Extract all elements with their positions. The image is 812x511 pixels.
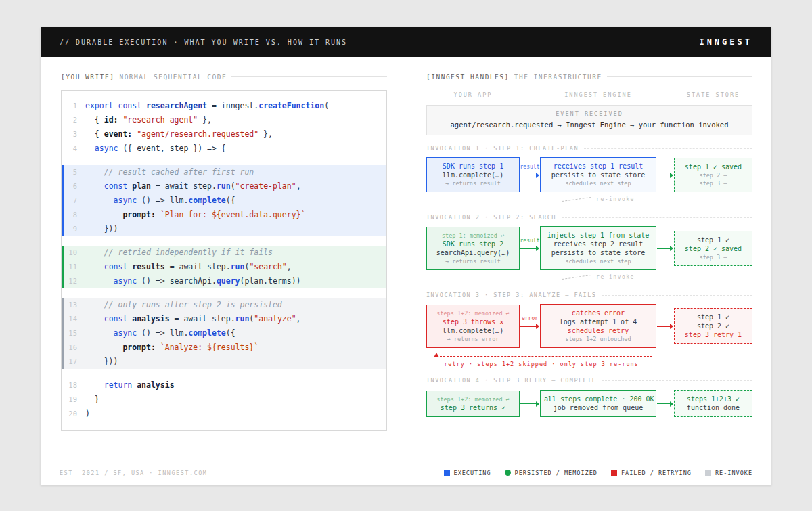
box-line: step 2 ✓ — [678, 322, 748, 330]
column-header-your-app: YOUR APP — [426, 91, 520, 98]
flow-arrow — [520, 389, 540, 418]
line-number: 15 — [64, 326, 85, 340]
arrow-label: result — [514, 238, 545, 244]
code-text: })) — [85, 222, 118, 236]
legend-item: FAILED / RETRYING — [611, 470, 692, 476]
code-line: 7 async () => llm.complete({ — [62, 194, 386, 208]
box-line: receives step 2 result — [544, 240, 652, 248]
code-line: 8 prompt: `Plan for: ${event.data.query}… — [62, 208, 386, 222]
code-panel-tag: [YOU WRITE] — [61, 73, 114, 81]
code-line: 20) — [62, 407, 386, 421]
box-line: schedules retry — [544, 327, 652, 334]
box-line: step 2 ✓ saved — [678, 245, 748, 252]
code-text: })) — [85, 355, 118, 369]
code-text: { id: "research-agent" }, — [85, 113, 212, 127]
code-text: async () => searchApi.query(plan.terms)) — [85, 274, 301, 288]
code-line: 18 return analysis — [62, 378, 386, 393]
code-spacer — [62, 288, 386, 298]
box-line: step 3 – — [678, 254, 748, 261]
code-editor: 1export const researchAgent = inngest.cr… — [61, 90, 387, 431]
top-bar-title: // DURABLE EXECUTION · WHAT YOU WRITE VS… — [60, 39, 347, 46]
store-box: steps 1+2+3 ✓function done — [674, 390, 752, 417]
code-text: export const researchAgent = inngest.cre… — [85, 99, 329, 113]
legend-swatch — [505, 470, 511, 476]
legend-item: RE-INVOKE — [705, 470, 752, 476]
box-line: step 1 ✓ — [678, 313, 748, 321]
infra-panel-tag: [INNGEST HANDLES] — [426, 73, 510, 81]
code-line: 6 const plan = await step.run("create-pl… — [62, 179, 386, 194]
legend-label: EXECUTING — [454, 470, 491, 476]
code-line: 5 // result cached after first run — [62, 165, 386, 179]
column-header-inngest-engine: INNGEST ENGINE — [540, 91, 656, 98]
store-box: step 1 ✓step 2 ✓ savedstep 3 – — [674, 231, 752, 266]
line-number: 7 — [64, 194, 85, 208]
line-number: 1 — [64, 99, 85, 113]
box-line: logs attempt 1 of 4 — [544, 318, 652, 326]
code-panel: [YOU WRITE] NORMAL SEQUENTIAL CODE 1expo… — [61, 73, 387, 460]
line-number: 4 — [64, 141, 85, 156]
legend: EXECUTINGPERSISTED / MEMOIZEDFAILED / RE… — [444, 470, 752, 476]
code-line: 19 } — [62, 393, 386, 407]
store-box: step 1 ✓step 2 ✓step 3 retry 1 — [674, 308, 752, 344]
box-line: step 3 retry 1 — [678, 331, 748, 338]
box-line: → returns error — [430, 336, 516, 342]
line-number: 12 — [64, 274, 85, 288]
footer: EST_ 2021 / SF, USA · INNGEST.COM EXECUT… — [41, 460, 771, 485]
code-line: 4 async ({ event, step }) => { — [62, 141, 386, 156]
box-line: steps 1+2+3 ✓ — [678, 395, 748, 403]
legend-swatch — [611, 470, 617, 476]
box-line: → returns result — [430, 180, 516, 187]
legend-item: EXECUTING — [444, 470, 491, 476]
invocation-label: INVOCATION 4 · STEP 3 RETRY — COMPLETE — [426, 377, 752, 384]
line-number: 2 — [64, 113, 85, 127]
box-line: schedules next step — [544, 258, 652, 265]
box-line: step 3 throws ✕ — [430, 318, 516, 326]
box-line: step 3 – — [678, 180, 748, 187]
line-number: 3 — [64, 127, 85, 141]
code-text: // result cached after first run — [85, 165, 254, 179]
code-line: 2 { id: "research-agent" }, — [62, 113, 386, 127]
event-box-title: EVENT RECEIVED — [432, 110, 746, 117]
box-line: schedules next step — [544, 180, 652, 187]
app-box: steps 1+2: memoized ↩step 3 returns ✓ — [426, 391, 520, 417]
code-spacer — [62, 156, 386, 165]
box-line: searchApi.query(…) — [430, 249, 516, 257]
legend-item: PERSISTED / MEMOIZED — [505, 470, 597, 476]
code-text: // only runs after step 2 is persisted — [85, 298, 282, 312]
event-box-text: agent/research.requested → Inngest Engin… — [432, 120, 746, 129]
flow-arrow: result — [520, 160, 540, 189]
brand-logo: INNGEST — [699, 37, 752, 47]
code-text: async () => llm.complete({ — [85, 194, 235, 208]
top-bar: // DURABLE EXECUTION · WHAT YOU WRITE VS… — [41, 27, 771, 57]
invocation-label: INVOCATION 2 · STEP 2: SEARCH — [426, 214, 752, 221]
infra-panel-title: THE INFRASTRUCTURE — [514, 73, 602, 81]
column-header-state-store: STATE STORE — [674, 91, 752, 98]
line-number: 9 — [64, 222, 85, 236]
legend-label: FAILED / RETRYING — [621, 470, 692, 476]
code-text: ) — [85, 407, 90, 421]
main-card: // DURABLE EXECUTION · WHAT YOU WRITE VS… — [41, 27, 771, 485]
line-number: 14 — [64, 312, 85, 326]
reinvoke-connector: re-invoke — [426, 272, 752, 282]
code-panel-title: NORMAL SEQUENTIAL CODE — [119, 73, 227, 81]
code-text: prompt: `Analyze: ${results}` — [85, 340, 258, 355]
reinvoke-dashed-line — [562, 275, 591, 280]
app-box: steps 1+2: memoized ↩step 3 throws ✕llm.… — [426, 305, 520, 348]
reinvoke-label: re-invoke — [596, 196, 635, 202]
box-line: steps 1+2 untouched — [544, 336, 652, 342]
legend-swatch — [444, 470, 450, 476]
heading-rule — [231, 76, 387, 77]
code-text: async () => llm.complete({ — [85, 326, 235, 340]
code-line: 12 async () => searchApi.query(plan.term… — [62, 274, 386, 288]
footer-meta: EST_ 2021 / SF, USA · INNGEST.COM — [60, 470, 207, 476]
invocations: INVOCATION 1 · STEP 1: CREATE-PLANSDK ru… — [426, 145, 752, 418]
box-line: step 1 ✓ — [678, 236, 748, 244]
line-number: 10 — [64, 246, 85, 260]
box-line: step 2 – — [678, 172, 748, 179]
code-line: 15 async () => llm.complete({ — [62, 326, 386, 340]
box-line: → returns result — [430, 258, 516, 265]
invocation-row: steps 1+2: memoized ↩step 3 throws ✕llm.… — [426, 304, 752, 348]
line-number: 20 — [64, 407, 85, 421]
line-number: 19 — [64, 393, 85, 407]
infra-panel: [INNGEST HANDLES] THE INFRASTRUCTURE YOU… — [426, 73, 752, 460]
